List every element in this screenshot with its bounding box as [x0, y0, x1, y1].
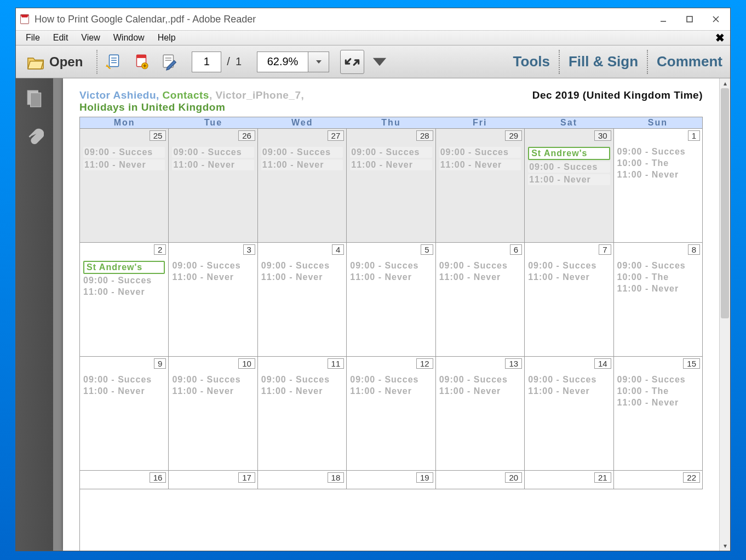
- event-item: 09:00 - Succes: [617, 261, 699, 271]
- event-item: 11:00 - Never: [439, 272, 521, 282]
- event-item: 09:00 - Succes: [528, 162, 610, 173]
- event-item: 09:00 - Succes: [617, 375, 699, 385]
- day-number: 13: [505, 358, 522, 369]
- event-item: 11:00 - Never: [172, 272, 254, 282]
- zoom-dropdown[interactable]: [308, 52, 329, 72]
- day-cell: 309:00 - Succes11:00 - Never: [169, 243, 257, 357]
- day-cell: 509:00 - Succes11:00 - Never: [347, 243, 435, 357]
- event-item: 09:00 - Succes: [528, 375, 610, 385]
- comment-panel-button[interactable]: Comment: [653, 53, 726, 70]
- event-holiday: St Andrew's: [83, 261, 165, 274]
- attachments-button[interactable]: [24, 125, 45, 147]
- menubar: File Edit View Window Help ✖: [16, 30, 730, 45]
- scroll-up-arrow[interactable]: ▴: [720, 78, 730, 88]
- reading-mode-button[interactable]: [340, 50, 364, 74]
- chevron-down-icon: [315, 58, 323, 66]
- day-number: 21: [594, 472, 611, 483]
- menu-view[interactable]: View: [74, 32, 106, 44]
- menu-window[interactable]: Window: [107, 32, 151, 44]
- app-window: How to Print Google Calendar,.pdf - Adob…: [15, 8, 731, 551]
- day-cell: 18: [258, 471, 347, 489]
- day-number: 20: [505, 472, 522, 483]
- export-pdf-button[interactable]: [102, 50, 126, 74]
- day-cell: 2St Andrew's09:00 - Succes11:00 - Never: [80, 243, 169, 357]
- document-area: Victor Ashiedu, Contacts, Victor_iPhone_…: [16, 78, 730, 551]
- event-item: 11:00 - Never: [528, 174, 610, 185]
- open-button[interactable]: Open: [20, 50, 89, 74]
- pdf-app-icon: [19, 14, 30, 25]
- event-item: 11:00 - Never: [617, 170, 699, 180]
- chevron-down-icon: [370, 53, 389, 71]
- view-dropdown[interactable]: [368, 50, 392, 74]
- fill-sign-panel-button[interactable]: Fill & Sign: [565, 53, 641, 70]
- day-number: 2: [154, 244, 166, 255]
- tools-panel-button[interactable]: Tools: [510, 53, 553, 70]
- day-number: 18: [328, 472, 345, 483]
- document-viewport[interactable]: Victor Ashiedu, Contacts, Victor_iPhone_…: [53, 78, 719, 551]
- day-cell: 21: [525, 471, 613, 489]
- day-cell: 2609:00 - Succes11:00 - Never: [169, 129, 257, 243]
- day-cell: 2509:00 - Succes11:00 - Never: [80, 129, 169, 243]
- event-item: 09:00 - Succes: [439, 147, 521, 158]
- day-number: 19: [416, 472, 433, 483]
- toolbar: Open / 1 Tools Fill & Sign: [16, 45, 730, 78]
- open-label: Open: [49, 54, 83, 70]
- scroll-thumb[interactable]: [721, 88, 729, 318]
- scroll-down-arrow[interactable]: ▾: [720, 541, 730, 551]
- day-cell: 22: [614, 471, 703, 489]
- day-cell: 409:00 - Succes11:00 - Never: [258, 243, 347, 357]
- day-number: 14: [594, 358, 611, 369]
- zoom-input[interactable]: [257, 55, 308, 68]
- menu-help[interactable]: Help: [151, 32, 182, 44]
- svg-rect-17: [31, 93, 41, 107]
- menu-edit[interactable]: Edit: [47, 32, 75, 44]
- day-number: 25: [150, 130, 167, 141]
- day-cell: 709:00 - Succes11:00 - Never: [525, 243, 613, 357]
- toolbar-separator: [647, 50, 648, 74]
- page-total: 1: [236, 55, 247, 68]
- day-cell: 1409:00 - Succes11:00 - Never: [525, 357, 613, 471]
- event-item: 09:00 - Succes: [350, 375, 432, 385]
- day-cell: 19: [347, 471, 435, 489]
- event-item: 11:00 - Never: [172, 159, 254, 170]
- day-number: 9: [154, 358, 166, 369]
- day-number: 26: [238, 130, 255, 141]
- day-cell: 109:00 - Succes10:00 - The11:00 - Never: [614, 129, 703, 243]
- event-item: 11:00 - Never: [83, 386, 165, 396]
- day-number: 11: [328, 358, 345, 369]
- sign-button[interactable]: [157, 50, 181, 74]
- page-current-input[interactable]: [192, 52, 221, 72]
- owner-victor: Victor Ashiedu: [79, 89, 156, 101]
- folder-open-icon: [26, 53, 45, 71]
- event-item: 09:00 - Succes: [83, 147, 165, 158]
- event-item: 09:00 - Succes: [439, 375, 521, 385]
- day-number: 22: [683, 472, 700, 483]
- create-pdf-button[interactable]: [129, 50, 153, 74]
- day-number: 1: [688, 130, 700, 141]
- event-holiday: St Andrew's: [528, 147, 610, 160]
- vertical-scrollbar[interactable]: ▴ ▾: [719, 78, 730, 551]
- event-item: 11:00 - Never: [172, 386, 254, 396]
- event-item: 11:00 - Never: [439, 159, 521, 170]
- calendar-grid: 2509:00 - Succes11:00 - Never2609:00 - S…: [79, 129, 703, 551]
- calendar-header: Victor Ashiedu, Contacts, Victor_iPhone_…: [79, 89, 703, 113]
- close-button[interactable]: [710, 14, 721, 25]
- dow-thu: Thu: [347, 117, 435, 128]
- day-cell: 909:00 - Succes11:00 - Never: [80, 357, 169, 471]
- window-title: How to Print Google Calendar,.pdf - Adob…: [35, 14, 658, 25]
- svg-rect-11: [137, 55, 146, 58]
- menu-file[interactable]: File: [19, 32, 47, 44]
- event-item: 10:00 - The: [617, 386, 699, 396]
- minimize-button[interactable]: [658, 14, 669, 25]
- collapse-toolbar-icon[interactable]: ✖: [715, 31, 727, 44]
- day-cell: 809:00 - Succes10:00 - The11:00 - Never: [614, 243, 703, 357]
- event-item: 11:00 - Never: [261, 386, 343, 396]
- dow-sun: Sun: [613, 117, 702, 128]
- event-item: 09:00 - Succes: [172, 147, 254, 158]
- owner-iphone: Victor_iPhone_7: [215, 89, 301, 101]
- thumbnails-button[interactable]: [24, 87, 45, 109]
- owner-holidays: Holidays in United Kingdom: [79, 101, 225, 113]
- event-item: 09:00 - Succes: [261, 261, 343, 271]
- page-separator: /: [221, 55, 236, 68]
- maximize-button[interactable]: [684, 14, 695, 25]
